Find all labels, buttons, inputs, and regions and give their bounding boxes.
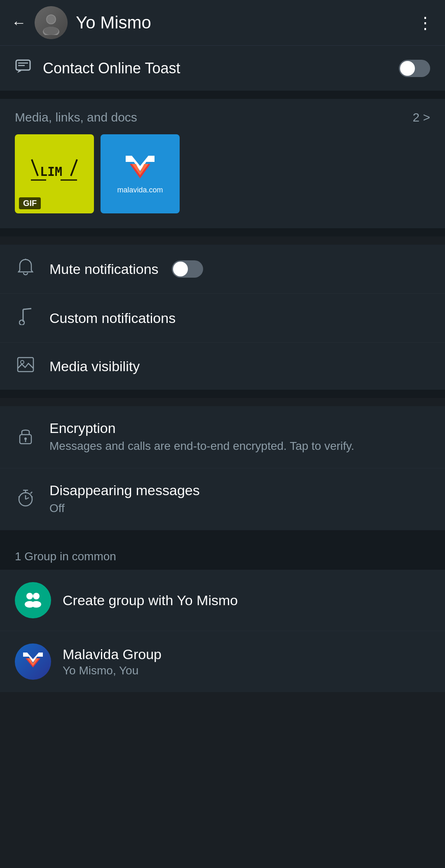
custom-notifications-row[interactable]: Custom notifications xyxy=(0,294,445,343)
svg-point-18 xyxy=(19,320,24,325)
mute-notifications-toggle[interactable] xyxy=(172,260,203,278)
section-divider-3 xyxy=(0,390,445,398)
svg-line-7 xyxy=(32,159,38,176)
gif-image: LIM GIF xyxy=(15,134,94,213)
disappearing-messages-row[interactable]: Disappearing messages Off xyxy=(0,468,445,530)
toggle-thumb-mute xyxy=(173,262,188,276)
disappearing-content: Disappearing messages Off xyxy=(49,482,430,516)
svg-point-29 xyxy=(19,496,20,498)
svg-line-17 xyxy=(23,309,31,309)
encryption-content: Encryption Messages and calls are end-to… xyxy=(49,420,430,454)
chat-icon xyxy=(15,58,31,78)
section-divider-2 xyxy=(0,228,445,236)
svg-line-9 xyxy=(71,159,77,176)
encryption-row[interactable]: Encryption Messages and calls are end-to… xyxy=(0,406,445,468)
media-grid: LIM GIF malavida.com xyxy=(15,134,430,213)
svg-point-30 xyxy=(32,496,33,498)
media-section: Media, links, and docs 2 > LIM GIF xyxy=(0,99,445,228)
create-group-avatar xyxy=(15,582,51,618)
image-icon xyxy=(15,357,36,376)
gif-badge: GIF xyxy=(19,197,41,209)
malavida-group-name: Malavida Group xyxy=(63,646,430,662)
media-visibility-label: Media visibility xyxy=(49,358,140,374)
avatar xyxy=(35,6,68,39)
malavida-group-row[interactable]: Malavida Group Yo Mismo, You xyxy=(0,631,445,692)
svg-point-22 xyxy=(24,438,27,440)
disappearing-sublabel: Off xyxy=(49,500,430,516)
svg-point-20 xyxy=(21,360,24,364)
bell-icon xyxy=(15,259,36,279)
svg-marker-35 xyxy=(23,653,43,662)
toggle-thumb xyxy=(400,61,415,76)
privacy-settings-section: Encryption Messages and calls are end-to… xyxy=(0,406,445,530)
section-divider-4 xyxy=(0,530,445,538)
contact-online-toast-toggle[interactable] xyxy=(399,60,430,77)
notification-settings-section: Mute notifications Custom notifications … xyxy=(0,245,445,390)
contact-name: Yo Mismo xyxy=(76,13,409,33)
music-note-icon xyxy=(15,308,36,328)
header: ← Yo Mismo ⋮ xyxy=(0,0,445,45)
svg-point-2 xyxy=(47,15,55,23)
groups-header-label: 1 Group in common xyxy=(15,550,116,563)
contact-online-toast-label: Contact Online Toast xyxy=(43,60,387,77)
mute-notifications-row[interactable]: Mute notifications xyxy=(0,245,445,294)
groups-section: Create group with Yo Mismo Malavida Grou… xyxy=(0,570,445,692)
custom-notifications-label: Custom notifications xyxy=(49,310,176,326)
malavida-group-info: Malavida Group Yo Mismo, You xyxy=(63,646,430,677)
malavida-image: malavida.com xyxy=(101,134,180,213)
contact-online-toast-row[interactable]: Contact Online Toast xyxy=(0,45,445,91)
mute-notifications-label: Mute notifications xyxy=(49,261,159,277)
media-header: Media, links, and docs 2 > xyxy=(15,110,430,124)
back-button[interactable]: ← xyxy=(12,14,26,31)
media-thumb-gif[interactable]: LIM GIF xyxy=(15,134,94,213)
media-thumb-malavida[interactable]: malavida.com xyxy=(101,134,180,213)
groups-header-section: 1 Group in common xyxy=(0,538,445,570)
svg-point-3 xyxy=(44,27,59,35)
encryption-sublabel: Messages and calls are end-to-end encryp… xyxy=(49,438,430,454)
avatar-image xyxy=(35,6,68,39)
malavida-group-sub: Yo Mismo, You xyxy=(63,664,430,677)
media-count-link[interactable]: 2 > xyxy=(412,110,430,124)
malavida-domain-label: malavida.com xyxy=(117,186,163,194)
svg-rect-19 xyxy=(18,358,33,372)
create-group-name: Create group with Yo Mismo xyxy=(63,592,430,608)
more-options-button[interactable]: ⋮ xyxy=(417,13,433,32)
disappearing-label: Disappearing messages xyxy=(49,482,430,498)
media-title: Media, links, and docs xyxy=(15,110,137,124)
media-visibility-row[interactable]: Media visibility xyxy=(0,343,445,390)
svg-point-33 xyxy=(33,593,40,599)
section-divider-1 xyxy=(0,91,445,99)
lock-icon xyxy=(15,426,36,448)
timer-icon xyxy=(15,489,36,510)
svg-point-34 xyxy=(31,601,41,608)
svg-marker-12 xyxy=(126,156,155,171)
svg-point-31 xyxy=(26,593,33,599)
svg-text:LIM: LIM xyxy=(40,164,62,179)
malavida-group-avatar xyxy=(15,643,51,680)
encryption-label: Encryption xyxy=(49,420,430,436)
create-group-row[interactable]: Create group with Yo Mismo xyxy=(0,570,445,631)
create-group-info: Create group with Yo Mismo xyxy=(63,592,430,608)
